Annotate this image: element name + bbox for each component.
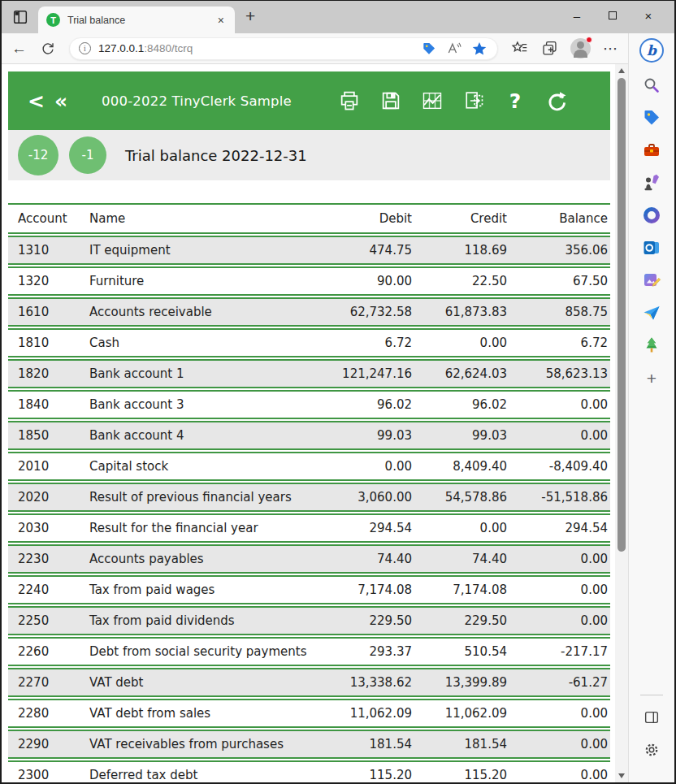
scrollbar-thumb[interactable]: [618, 78, 626, 552]
site-info-icon[interactable]: i: [79, 42, 91, 54]
minimize-button[interactable]: –: [559, 4, 595, 27]
titlebar: T Trial balance × + – ×: [2, 1, 674, 33]
back-button[interactable]: ←: [11, 41, 27, 56]
table-row[interactable]: 1610 Accounts receivable 62,732.58 61,87…: [8, 297, 610, 327]
cell-credit: 229.50: [414, 606, 509, 635]
table-row[interactable]: 2270 VAT debt 13,338.62 13,399.89 -61.27: [8, 668, 610, 697]
scroll-down-icon[interactable]: [618, 773, 625, 778]
collections-icon[interactable]: [540, 40, 558, 58]
microsoft-365-icon[interactable]: [642, 206, 661, 225]
cell-name: Bank account 4: [88, 421, 314, 450]
table-row[interactable]: 1320 Furniture 90.00 22.50 67.50: [8, 266, 610, 296]
table-row[interactable]: 2300 Deferred tax debt 115.20 115.20 0.0…: [8, 760, 610, 782]
vertical-scrollbar[interactable]: [615, 64, 628, 782]
cell-credit: 118.69: [414, 236, 509, 265]
avatar-head: [577, 41, 584, 49]
bing-chat-icon[interactable]: b: [639, 38, 664, 63]
table-row[interactable]: 2250 Tax from paid dividends 229.50 229.…: [8, 606, 610, 635]
shopping-icon[interactable]: [642, 108, 661, 128]
cell-balance: -51,518.86: [509, 483, 610, 512]
table-row[interactable]: 1820 Bank account 1 121,247.16 62,624.03…: [8, 359, 610, 388]
cell-debit: 181.54: [314, 730, 414, 759]
chart-icon[interactable]: [421, 89, 444, 112]
app-collapse-button[interactable]: «: [50, 91, 72, 111]
tab-actions-menu-icon[interactable]: [11, 8, 29, 26]
close-button[interactable]: ×: [630, 4, 666, 27]
shopping-tag-icon[interactable]: [420, 40, 438, 58]
period-badge-months[interactable]: -12: [18, 135, 58, 175]
settings-gear-icon[interactable]: [642, 740, 661, 760]
sidebar-divider: [640, 695, 663, 695]
tools-icon[interactable]: [642, 141, 661, 160]
tab-title: Trial balance: [67, 15, 215, 26]
cell-name: Bank account 1: [88, 359, 314, 388]
cell-debit: 121,247.16: [314, 359, 414, 388]
browser-tab[interactable]: T Trial balance ×: [38, 6, 235, 33]
sidebar-panel-icon[interactable]: [642, 708, 661, 727]
table-row[interactable]: 2230 Accounts payables 74.40 74.40 0.00: [8, 544, 610, 574]
cell-name: Cash: [88, 328, 314, 357]
cell-credit: 7,174.08: [414, 575, 509, 604]
cell-debit: 96.02: [314, 390, 414, 419]
browser-window: T Trial balance × + – × ← i 127.0: [0, 0, 676, 784]
cell-credit: 0.00: [414, 513, 509, 543]
notification-dot: [586, 37, 592, 43]
print-icon[interactable]: [338, 89, 361, 112]
table-row[interactable]: 2290 VAT receivables from purchases 181.…: [8, 730, 610, 759]
table-row[interactable]: 2260 Debt from social security payments …: [8, 637, 610, 666]
more-menu-icon[interactable]: ⋯: [603, 40, 618, 58]
cell-balance: 356.06: [509, 236, 610, 265]
report-title: Trial balance 2022-12-31: [125, 147, 307, 164]
cell-name: VAT receivables from purchases: [88, 730, 314, 759]
msn-tree-icon[interactable]: [642, 336, 661, 355]
avatar-body: [574, 50, 587, 58]
cell-credit: 96.02: [414, 390, 509, 419]
table-row[interactable]: 2240 Tax from paid wages 7,174.08 7,174.…: [8, 575, 610, 604]
help-icon[interactable]: ?: [504, 89, 526, 112]
read-aloud-icon[interactable]: [445, 40, 463, 58]
address-bar[interactable]: i 127.0.0.1:8480/tcrq: [69, 37, 498, 60]
cell-credit: 99.03: [414, 421, 509, 450]
cell-name: Debt from social security payments: [88, 637, 314, 666]
app-title: 000-2022 TinyClerk Sample: [102, 93, 292, 109]
table-row[interactable]: 1810 Cash 6.72 0.00 6.72: [8, 328, 610, 357]
table-row[interactable]: 1850 Bank account 4 99.03 99.03 0.00: [8, 421, 610, 450]
cell-name: Accounts receivable: [88, 297, 314, 327]
search-icon[interactable]: [642, 76, 661, 95]
export-icon[interactable]: [462, 89, 485, 112]
drop-icon[interactable]: [642, 303, 661, 323]
refresh-icon[interactable]: [545, 89, 568, 112]
favorites-list-icon[interactable]: [510, 40, 528, 58]
table-row[interactable]: 2030 Result for the financial year 294.5…: [8, 513, 610, 543]
outlook-icon[interactable]: [642, 238, 661, 258]
save-icon[interactable]: [379, 89, 402, 112]
app-back-button[interactable]: <: [23, 91, 50, 111]
table-row[interactable]: 1310 IT equipment 474.75 118.69 356.06: [8, 236, 610, 265]
table-row[interactable]: 2020 Result of previous financial years …: [8, 483, 610, 512]
cell-account: 1320: [8, 266, 88, 296]
cell-debit: 229.50: [314, 606, 414, 635]
cell-account: 2250: [8, 606, 88, 635]
scroll-up-icon[interactable]: [618, 68, 625, 73]
tab-close-icon[interactable]: ×: [215, 14, 227, 27]
maximize-button[interactable]: [595, 4, 630, 27]
cell-balance: 0.00: [509, 544, 610, 574]
cell-account: 2010: [8, 452, 88, 481]
table-row[interactable]: 2280 VAT debt from sales 11,062.09 11,06…: [8, 699, 610, 728]
period-badge-days[interactable]: -1: [69, 136, 106, 174]
games-icon[interactable]: [642, 173, 661, 193]
favorite-star-filled-icon[interactable]: [470, 40, 488, 58]
table-row[interactable]: 1840 Bank account 3 96.02 96.02 0.00: [8, 390, 610, 419]
cell-credit: 11,062.09: [414, 699, 509, 728]
profile-avatar[interactable]: [570, 38, 591, 58]
cell-balance: 294.54: [509, 513, 610, 543]
designer-icon[interactable]: [642, 271, 661, 290]
reload-icon[interactable]: [39, 40, 57, 58]
cell-account: 2280: [8, 699, 88, 728]
cell-name: Deferred tax debt: [88, 760, 314, 782]
add-sidebar-icon[interactable]: +: [642, 368, 661, 388]
url-text: 127.0.0.1:8480/tcrq: [98, 42, 193, 54]
new-tab-button[interactable]: +: [245, 8, 255, 24]
table-row[interactable]: 2010 Capital stock 0.00 8,409.40 -8,409.…: [8, 452, 610, 481]
cell-account: 2240: [8, 575, 88, 604]
